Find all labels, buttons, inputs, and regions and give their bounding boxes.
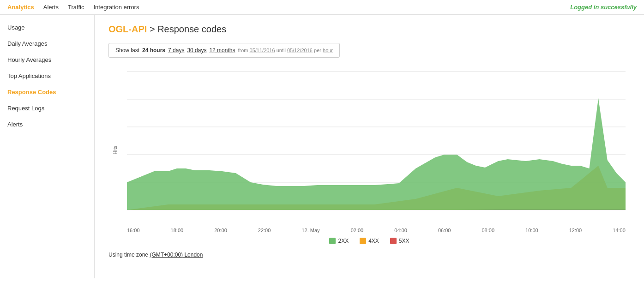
filter-30days[interactable]: 30 days — [187, 47, 206, 54]
from-date[interactable]: 05/11/2016 — [250, 48, 275, 53]
x-label-5: 02:00 — [351, 228, 364, 233]
nav-analytics[interactable]: Analytics — [7, 4, 34, 11]
nav-traffic[interactable]: Traffic — [68, 4, 84, 11]
sidebar-item-request-logs[interactable]: Request Logs — [0, 100, 94, 116]
legend-box-2xx — [329, 238, 336, 244]
chart-legend: 2XX 4XX 5XX — [108, 238, 630, 244]
filter-7days[interactable]: 7 days — [168, 47, 184, 54]
x-label-8: 08:00 — [481, 228, 494, 233]
response-codes-chart: 0 500 1000 1500 2000 2500 — [127, 67, 626, 224]
legend-box-4xx — [360, 238, 366, 244]
x-axis: 16:00 18:00 20:00 22:00 12. May 02:00 04… — [127, 228, 626, 233]
nav-alerts[interactable]: Alerts — [43, 4, 59, 11]
per-value[interactable]: hour — [323, 48, 333, 53]
x-label-10: 12:00 — [569, 228, 582, 233]
legend-2xx: 2XX — [329, 238, 349, 244]
until-label: until — [277, 48, 286, 53]
timezone-value[interactable]: (GMT+00:00) London — [150, 252, 203, 258]
y-axis-label: Hits — [112, 146, 118, 155]
chart-container: Hits 0 500 1000 1500 2000 2500 — [108, 67, 630, 233]
from-label: from — [238, 48, 248, 53]
sidebar-item-response-codes[interactable]: Response Codes — [0, 84, 94, 100]
sidebar-item-daily-averages[interactable]: Daily Averages — [0, 36, 94, 52]
per-label: per — [314, 48, 321, 53]
sidebar-item-usage[interactable]: Usage — [0, 19, 94, 36]
main-content: OGL-API > Response codes Show last 24 ho… — [95, 15, 644, 278]
page-title-text: > Response codes — [150, 24, 226, 34]
legend-box-5xx — [390, 238, 397, 244]
until-date[interactable]: 05/12/2016 — [287, 48, 313, 53]
filter-dates: from 05/11/2016 until 05/12/2016 per hou… — [238, 48, 333, 53]
x-label-1: 18:00 — [171, 228, 184, 233]
filter-bar: Show last 24 hours 7 days 30 days 12 mon… — [108, 43, 340, 58]
timezone-info: Using time zone (GMT+00:00) London — [108, 252, 630, 258]
x-label-2: 20:00 — [214, 228, 227, 233]
legend-label-4xx: 4XX — [368, 238, 379, 244]
x-label-7: 06:00 — [438, 228, 451, 233]
x-label-0: 16:00 — [127, 228, 140, 233]
api-name: OGL-API — [108, 24, 147, 34]
timezone-label: Using time zone — [108, 252, 148, 258]
legend-4xx: 4XX — [360, 238, 379, 244]
legend-label-2xx: 2XX — [338, 238, 349, 244]
sidebar-item-hourly-averages[interactable]: Hourly Averages — [0, 52, 94, 68]
x-label-11: 14:00 — [613, 228, 626, 233]
x-label-9: 10:00 — [525, 228, 538, 233]
sidebar-item-alerts[interactable]: Alerts — [0, 116, 94, 132]
main-layout: Usage Daily Averages Hourly Averages Top… — [0, 15, 644, 278]
active-period: 24 hours — [142, 47, 165, 54]
x-label-6: 04:00 — [394, 228, 407, 233]
logged-in-message: Logged in successfully — [570, 4, 637, 11]
nav-integration-errors[interactable]: Integration errors — [93, 4, 139, 11]
show-last-label: Show last — [115, 47, 139, 54]
2xx-area — [127, 98, 626, 210]
legend-label-5xx: 5XX — [399, 238, 409, 244]
top-navigation: Analytics Alerts Traffic Integration err… — [0, 0, 644, 15]
sidebar: Usage Daily Averages Hourly Averages Top… — [0, 15, 95, 278]
sidebar-item-top-applications[interactable]: Top Applications — [0, 68, 94, 84]
x-label-3: 22:00 — [258, 228, 271, 233]
page-title: OGL-API > Response codes — [108, 24, 630, 35]
legend-5xx: 5XX — [390, 238, 409, 244]
filter-12months[interactable]: 12 months — [209, 47, 235, 54]
x-label-4: 12. May — [301, 228, 319, 233]
